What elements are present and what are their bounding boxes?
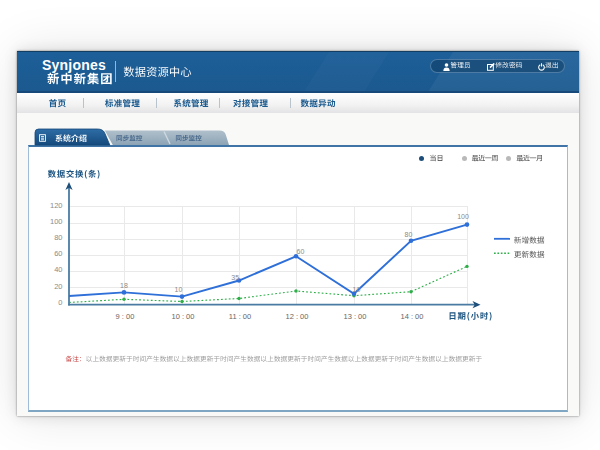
svg-text:100: 100 — [457, 213, 469, 220]
svg-text:40: 40 — [54, 265, 62, 274]
svg-text:9 : 00: 9 : 00 — [116, 312, 135, 321]
svg-text:35: 35 — [231, 274, 239, 281]
svg-text:12 : 00: 12 : 00 — [286, 312, 309, 321]
svg-text:120: 120 — [50, 201, 63, 210]
svg-text:14 : 00: 14 : 00 — [401, 312, 424, 321]
svg-text:60: 60 — [54, 249, 62, 258]
svg-text:0: 0 — [58, 298, 62, 307]
svg-text:11 : 00: 11 : 00 — [229, 312, 251, 321]
svg-text:60: 60 — [297, 248, 305, 255]
svg-text:100: 100 — [50, 217, 63, 226]
svg-text:18: 18 — [120, 282, 128, 289]
svg-text:80: 80 — [405, 231, 413, 238]
svg-text:80: 80 — [54, 233, 62, 242]
svg-text:10 : 00: 10 : 00 — [172, 312, 195, 321]
svg-text:10: 10 — [353, 286, 361, 293]
svg-text:10: 10 — [175, 286, 183, 293]
svg-text:20: 20 — [54, 282, 62, 291]
svg-text:13 : 00: 13 : 00 — [344, 312, 367, 321]
